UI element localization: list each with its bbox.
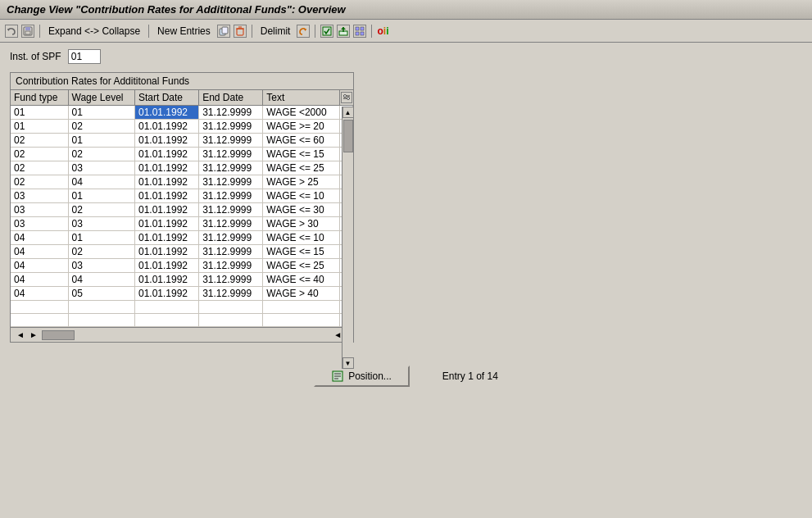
expand-collapse-button[interactable]: Expand <-> Collapse xyxy=(45,25,143,38)
toolbar-separator-3 xyxy=(252,25,252,38)
column-settings-icon[interactable] xyxy=(341,92,352,103)
svg-rect-2 xyxy=(25,27,30,30)
toolbar: Expand <-> Collapse New Entries Delimit … xyxy=(0,20,812,43)
save-icon[interactable] xyxy=(21,25,34,38)
position-icon xyxy=(332,370,343,382)
toolbar-separator-4 xyxy=(315,25,315,38)
table-row[interactable]: 020201.01.199231.12.9999WAGE <= 15 xyxy=(11,148,353,161)
main-content: Inst. of SPF Contribution Rates for Addi… xyxy=(0,43,812,349)
svg-rect-16 xyxy=(356,32,359,35)
upload-icon[interactable] xyxy=(337,25,350,38)
scroll-thumb[interactable] xyxy=(343,120,353,152)
col-text[interactable]: Text xyxy=(263,90,339,106)
inst-spf-row: Inst. of SPF xyxy=(10,49,802,64)
delimit-button[interactable]: Delimit xyxy=(257,25,294,38)
svg-rect-6 xyxy=(237,29,243,35)
table-row[interactable]: 040101.01.199231.12.9999WAGE <= 10 xyxy=(11,231,353,245)
table-row[interactable]: 020101.01.199231.12.9999WAGE <= 60 xyxy=(11,134,353,148)
scroll-up-arrow[interactable]: ▲ xyxy=(342,107,354,118)
table-row[interactable]: 030301.01.199231.12.9999WAGE > 30 xyxy=(11,217,353,231)
bottom-nav-bar: ◄ ► ◄ ► xyxy=(11,327,353,342)
scroll-down-arrow[interactable]: ▼ xyxy=(342,357,354,369)
copy-icon[interactable] xyxy=(217,25,230,38)
vertical-scrollbar[interactable]: ▲ ▼ xyxy=(342,107,353,369)
toolbar-separator-5 xyxy=(371,25,372,38)
svg-rect-15 xyxy=(361,27,364,30)
title-bar: Change View "Contribution Rates for Addi… xyxy=(0,0,812,20)
table-header: Fund type Wage Level Start Date End Date… xyxy=(11,90,353,106)
inst-spf-label: Inst. of SPF xyxy=(10,51,61,62)
table-row-empty xyxy=(11,314,353,327)
table-row[interactable]: 040501.01.199231.12.9999WAGE > 40 xyxy=(11,287,353,301)
horiz-scroll-thumb[interactable] xyxy=(42,330,75,340)
position-btn-label: Position... xyxy=(348,370,392,382)
entry-info: Entry 1 of 14 xyxy=(442,370,498,382)
multicolor-icon: oii xyxy=(377,25,388,37)
table-row[interactable]: 010201.01.199231.12.9999WAGE >= 20 xyxy=(11,120,353,134)
svg-point-20 xyxy=(343,94,346,97)
nav-right-arrow[interactable]: ► xyxy=(27,329,40,340)
svg-rect-10 xyxy=(323,27,331,35)
table-row[interactable]: 030201.01.199231.12.9999WAGE <= 30 xyxy=(11,203,353,217)
nav-left-arrow[interactable]: ◄ xyxy=(14,329,27,340)
col-fund-type[interactable]: Fund type xyxy=(11,90,68,106)
svg-rect-17 xyxy=(361,32,364,35)
toolbar-separator-1 xyxy=(39,25,40,38)
undo2-icon[interactable] xyxy=(297,25,310,38)
table-wrapper: Fund type Wage Level Start Date End Date… xyxy=(11,90,353,327)
undo-icon[interactable] xyxy=(5,25,18,38)
svg-rect-3 xyxy=(25,31,30,34)
footer: Position... Entry 1 of 14 xyxy=(0,349,812,403)
delete-icon[interactable] xyxy=(234,25,247,38)
svg-marker-13 xyxy=(341,27,346,30)
new-entries-button[interactable]: New Entries xyxy=(154,25,214,38)
contribution-rates-table-container: Contribution Rates for Addititonal Funds… xyxy=(10,72,354,343)
table-row[interactable]: 030101.01.199231.12.9999WAGE <= 10 xyxy=(11,189,353,203)
grid-icon[interactable] xyxy=(353,25,366,38)
svg-point-21 xyxy=(347,97,349,99)
svg-rect-5 xyxy=(222,27,228,34)
table-row[interactable]: 020301.01.199231.12.9999WAGE <= 25 xyxy=(11,161,353,175)
toolbar-separator-2 xyxy=(148,25,149,38)
position-button[interactable]: Position... xyxy=(314,366,410,387)
table-row[interactable]: 010101.01.199231.12.9999WAGE <2000 xyxy=(11,106,353,120)
col-end-date[interactable]: End Date xyxy=(199,90,263,106)
svg-rect-14 xyxy=(356,27,359,30)
table-title: Contribution Rates for Addititonal Funds xyxy=(11,73,353,90)
horiz-scroll-right-left[interactable]: ◄ xyxy=(333,330,342,339)
inst-spf-input[interactable] xyxy=(68,49,101,64)
table-row[interactable]: 040401.01.199231.12.9999WAGE <= 40 xyxy=(11,273,353,287)
col-wage-level[interactable]: Wage Level xyxy=(68,90,134,106)
col-settings[interactable] xyxy=(339,90,353,106)
table-row[interactable]: 040301.01.199231.12.9999WAGE <= 25 xyxy=(11,259,353,273)
table-row[interactable]: 040201.01.199231.12.9999WAGE <= 15 xyxy=(11,245,353,259)
table-row[interactable]: 020401.01.199231.12.9999WAGE > 25 xyxy=(11,175,353,189)
table-row-empty xyxy=(11,301,353,314)
page-title: Change View "Contribution Rates for Addi… xyxy=(7,3,346,16)
data-table: Fund type Wage Level Start Date End Date… xyxy=(11,90,353,327)
col-start-date[interactable]: Start Date xyxy=(134,90,198,106)
local-save-icon[interactable] xyxy=(320,25,333,38)
